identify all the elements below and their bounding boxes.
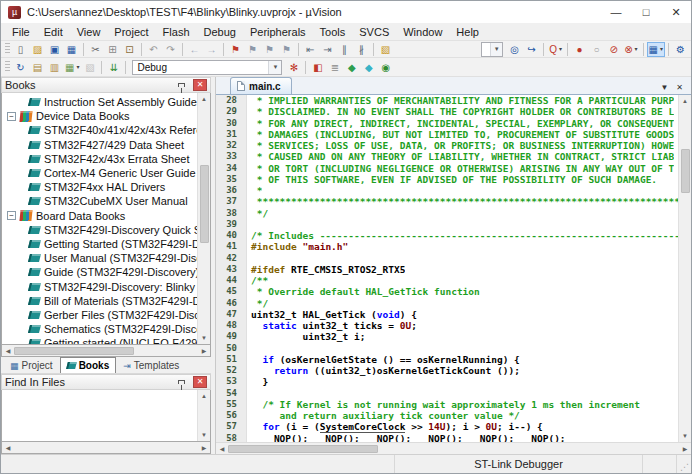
incremental-find-icon[interactable]: ↪ bbox=[523, 42, 540, 57]
tree-item[interactable]: STM32F4xx HAL Drivers bbox=[2, 180, 197, 194]
target-options-icon[interactable]: ✻ bbox=[285, 60, 302, 75]
menu-peripherals[interactable]: Peripherals bbox=[243, 25, 313, 39]
scroll-right-icon[interactable]: ▶ bbox=[679, 443, 691, 455]
tab-books[interactable]: Books bbox=[60, 357, 117, 373]
tab-templates[interactable]: ⇥Templates bbox=[116, 357, 186, 373]
close-button[interactable]: ✕ bbox=[661, 2, 691, 23]
scroll-up-icon[interactable]: ▲ bbox=[679, 95, 691, 107]
new-file-icon[interactable]: ▯ bbox=[12, 42, 29, 57]
select-packs-icon[interactable]: ◆ bbox=[360, 60, 377, 75]
copy-icon[interactable]: ⊞ bbox=[104, 42, 121, 57]
books-vertical-scrollbar[interactable]: ▲ ▼ bbox=[197, 93, 210, 344]
pin-icon[interactable] bbox=[178, 83, 185, 87]
scroll-up-icon[interactable]: ▲ bbox=[198, 93, 210, 105]
kill-all-breakpoints-icon[interactable]: ⊗▾ bbox=[622, 42, 639, 57]
save-all-icon[interactable]: ▦ bbox=[63, 42, 80, 57]
chevron-down-icon[interactable]: ▾ bbox=[559, 42, 562, 57]
enable-breakpoint-icon[interactable]: ○ bbox=[588, 42, 605, 57]
tree-item[interactable]: Cortex-M4 Generic User Guide bbox=[2, 166, 197, 180]
translate-icon[interactable]: ↻ bbox=[12, 60, 29, 75]
tree-item[interactable]: Getting Started (STM32F429I-Disco bbox=[2, 237, 197, 251]
scroll-left-icon[interactable]: ◀ bbox=[216, 443, 228, 455]
tab-project[interactable]: ▦Project bbox=[3, 357, 60, 373]
tree-item[interactable]: Schematics (STM32F429I-Discovery bbox=[2, 322, 197, 336]
target-select-combo[interactable]: Debug▼ bbox=[132, 60, 282, 75]
tab-list-dropdown-icon[interactable]: ▼ bbox=[657, 80, 672, 94]
minimize-button[interactable]: — bbox=[601, 2, 631, 23]
scroll-thumb[interactable] bbox=[14, 347, 134, 355]
find-in-files-close-icon[interactable]: ✕ bbox=[193, 376, 207, 388]
paste-icon[interactable]: ⊡ bbox=[121, 42, 138, 57]
scroll-left-icon[interactable]: ◀ bbox=[2, 345, 14, 357]
scroll-right-icon[interactable]: ▶ bbox=[198, 345, 210, 357]
scroll-down-icon[interactable]: ▼ bbox=[198, 429, 210, 441]
tab-close-icon[interactable]: ✕ bbox=[672, 80, 687, 94]
tree-item[interactable]: Gerber Files (STM32F429I-Discover bbox=[2, 308, 197, 322]
comment-icon[interactable]: ∥ bbox=[336, 42, 353, 57]
pack-installer-icon[interactable]: ◉ bbox=[377, 60, 394, 75]
configuration-wrench-icon[interactable]: ⚙ bbox=[672, 42, 689, 57]
scroll-up-icon[interactable]: ▲ bbox=[198, 390, 210, 402]
tree-item[interactable]: User Manual (STM32F429I-Discove bbox=[2, 251, 197, 265]
indent-icon[interactable]: ⇥ bbox=[319, 42, 336, 57]
chevron-down-icon[interactable]: ▼ bbox=[490, 43, 502, 56]
build-icon[interactable]: ▤ bbox=[29, 60, 46, 75]
tree-item[interactable]: STM32F429I-Discovery Quick Start bbox=[2, 223, 197, 237]
menu-tools[interactable]: Tools bbox=[313, 25, 353, 39]
tree-item[interactable]: STM32CubeMX User Manual bbox=[2, 194, 197, 208]
tree-item[interactable]: STM32F429I-Discovery: Blinky Lab bbox=[2, 279, 197, 293]
books-close-icon[interactable]: ✕ bbox=[193, 79, 207, 91]
open-folder-icon[interactable]: ▨ bbox=[29, 42, 46, 57]
books-horizontal-scrollbar[interactable]: ◀ ▶ bbox=[1, 345, 211, 357]
manage-rte-icon[interactable]: ◆ bbox=[343, 60, 360, 75]
expander-minus-icon[interactable]: − bbox=[7, 211, 16, 220]
scroll-right-icon[interactable]: ▶ bbox=[198, 442, 210, 454]
fif-horizontal-scrollbar[interactable]: ◀ ▶ bbox=[1, 442, 211, 454]
chevron-down-icon[interactable]: ▾ bbox=[76, 60, 79, 75]
scroll-thumb[interactable] bbox=[200, 165, 209, 243]
unindent-icon[interactable]: ⇤ bbox=[302, 42, 319, 57]
menu-svcs[interactable]: SVCS bbox=[352, 25, 396, 39]
resize-grip[interactable]: ⋰ bbox=[677, 455, 691, 473]
find-in-files-results[interactable] bbox=[2, 390, 197, 441]
scroll-thumb[interactable] bbox=[228, 445, 378, 453]
find-in-files-icon[interactable]: ▧ bbox=[377, 42, 394, 57]
tree-item[interactable]: Getting started (NUCLEO-F429ZI) bbox=[2, 336, 197, 344]
menu-file[interactable]: File bbox=[5, 25, 37, 39]
tree-item[interactable]: Bill of Materials (STM32F429I-Disco bbox=[2, 294, 197, 308]
tab-main-c[interactable]: main.c bbox=[230, 77, 292, 94]
navigate-forward-icon[interactable]: → bbox=[203, 42, 220, 57]
file-extensions-icon[interactable]: ≣ bbox=[326, 60, 343, 75]
menu-edit[interactable]: Edit bbox=[37, 25, 70, 39]
menu-debug[interactable]: Debug bbox=[197, 25, 243, 39]
scroll-left-icon[interactable]: ◀ bbox=[2, 442, 14, 454]
tree-item[interactable]: −Device Data Books bbox=[2, 109, 197, 123]
tree-item[interactable]: −Board Data Books bbox=[2, 209, 197, 223]
chevron-down-icon[interactable]: ▾ bbox=[660, 42, 663, 57]
save-icon[interactable]: ▣ bbox=[46, 42, 63, 57]
rebuild-icon[interactable]: ▥ bbox=[46, 60, 63, 75]
insert-breakpoint-icon[interactable]: ● bbox=[571, 42, 588, 57]
find-icon[interactable]: ◎ bbox=[506, 42, 523, 57]
scroll-down-icon[interactable]: ▼ bbox=[198, 332, 210, 344]
menu-window[interactable]: Window bbox=[396, 25, 449, 39]
disable-all-breakpoints-icon[interactable]: ⊘ bbox=[605, 42, 622, 57]
chevron-down-icon[interactable]: ▾ bbox=[635, 42, 638, 57]
editor-horizontal-scrollbar[interactable]: ◀ ▶ bbox=[216, 442, 691, 454]
bookmark-next-icon[interactable]: ⚑ bbox=[261, 42, 278, 57]
fif-vertical-scrollbar[interactable]: ▲ ▼ bbox=[197, 390, 210, 441]
stop-build-icon[interactable]: ▧ bbox=[81, 60, 98, 75]
menu-flash[interactable]: Flash bbox=[156, 25, 197, 39]
menu-project[interactable]: Project bbox=[107, 25, 155, 39]
code-viewport[interactable]: 28 * IMPLIED WARRANTIES OF MERCHANTABILI… bbox=[216, 95, 678, 442]
menu-view[interactable]: View bbox=[70, 25, 108, 39]
tree-item[interactable]: Instruction Set Assembly Guide Arm bbox=[2, 95, 197, 109]
tree-item[interactable]: STM32F427/429 Data Sheet bbox=[2, 138, 197, 152]
batch-build-icon[interactable]: ▦▾ bbox=[63, 60, 81, 75]
navigate-back-icon[interactable]: ← bbox=[186, 42, 203, 57]
cut-icon[interactable]: ✂ bbox=[87, 42, 104, 57]
uncomment-icon[interactable]: ∦ bbox=[353, 42, 370, 57]
menu-help[interactable]: Help bbox=[449, 25, 486, 39]
redo-icon[interactable]: ↷ bbox=[162, 42, 179, 57]
tree-item[interactable]: STM32F42x/43x Errata Sheet bbox=[2, 152, 197, 166]
